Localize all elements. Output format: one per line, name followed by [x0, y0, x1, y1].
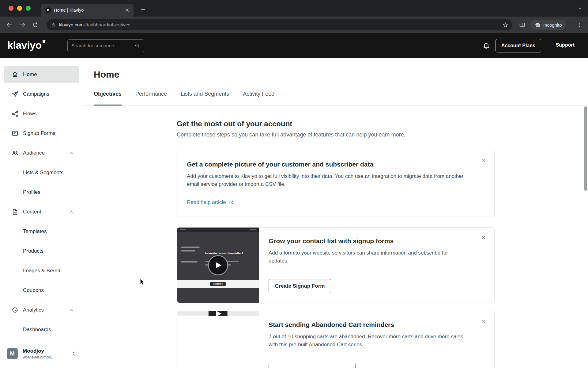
- create-signup-form-button[interactable]: Create Signup Form: [269, 279, 331, 293]
- page-scrollbar-thumb[interactable]: [584, 106, 587, 191]
- sidebar-item-label: Profiles: [23, 189, 40, 195]
- url-host: klaviyo.com: [59, 22, 84, 28]
- window-close-button[interactable]: [9, 6, 13, 11]
- sidebar-item-label: Audience: [23, 150, 45, 156]
- sidebar-item-label: Lists & Segments: [23, 170, 63, 176]
- tab-close-icon[interactable]: [124, 7, 130, 13]
- page-tabs: Objectives Performance Lists and Segment…: [83, 90, 588, 106]
- sidebar-item-label: Signup Forms: [23, 130, 55, 136]
- sidebar-item-dashboards[interactable]: Dashboards: [4, 321, 79, 338]
- abandoned-cart-video-thumbnail[interactable]: [177, 311, 259, 316]
- sidebar-item-analytics[interactable]: Analytics: [4, 301, 79, 319]
- browser-menu-icon[interactable]: [575, 20, 584, 29]
- sidebar-item-label: Content: [23, 209, 41, 215]
- sidebar-item-label: Products: [23, 248, 43, 254]
- browser-tab[interactable]: Home | Klaviyo: [41, 4, 134, 17]
- chevron-up-icon: [69, 151, 74, 156]
- card-body: 7 out of 10 shopping carts are abandoned…: [269, 333, 465, 349]
- app-topbar: klaviyo Account Plans Support: [0, 33, 588, 58]
- tab-objectives[interactable]: Objectives: [94, 90, 122, 105]
- thumbnail-subscribe-button: Subscribe: [210, 282, 226, 286]
- incognito-icon: [535, 22, 541, 28]
- window-controls: [9, 6, 31, 11]
- card-body: Add a form to your website so visitors c…: [269, 249, 465, 265]
- sidebar-item-coupons[interactable]: Coupons: [4, 282, 79, 299]
- window-zoom-button[interactable]: [26, 6, 31, 11]
- tab-performance[interactable]: Performance: [135, 90, 167, 105]
- play-button[interactable]: [208, 255, 228, 275]
- section-heading: Get the most out of your account: [177, 119, 495, 128]
- objective-card-abandoned-cart: Start sending Abandoned Cart reminders 7…: [177, 311, 495, 368]
- lock-icon: [51, 22, 56, 27]
- dismiss-card-icon[interactable]: [480, 157, 486, 163]
- tab-favicon-icon: [45, 7, 51, 13]
- play-button[interactable]: [208, 311, 228, 316]
- sidebar-item-lists-segments[interactable]: Lists & Segments: [4, 164, 79, 181]
- global-search: [67, 39, 144, 52]
- dismiss-card-icon[interactable]: [480, 234, 486, 240]
- account-selector-icon: [72, 351, 77, 357]
- tab-activity-feed[interactable]: Activity Feed: [243, 90, 274, 105]
- browser-tab-strip: Home | Klaviyo: [0, 0, 588, 17]
- sidebar-item-audience[interactable]: Audience: [4, 144, 79, 162]
- link-label: Read help article: [187, 199, 226, 206]
- forward-button[interactable]: [17, 20, 28, 30]
- sidebar-item-label: Campaigns: [23, 91, 49, 97]
- sidebar-item-campaigns[interactable]: Campaigns: [4, 86, 79, 103]
- chevron-up-icon: [69, 308, 74, 313]
- bookmark-star-icon[interactable]: [502, 22, 508, 28]
- card-title: Grow your contact list with signup forms: [269, 237, 484, 245]
- back-button[interactable]: [4, 20, 15, 30]
- signup-forms-video-thumbnail[interactable]: Interested in our Newsletter? Subscribe: [177, 228, 259, 303]
- search-icon: [134, 43, 140, 49]
- side-panel-icon[interactable]: [518, 20, 527, 29]
- reload-button[interactable]: [30, 20, 40, 30]
- sidebar-item-images-brand[interactable]: Images & Brand: [4, 262, 79, 279]
- sidebar-item-templates[interactable]: Templates: [4, 223, 79, 240]
- notifications-bell-icon[interactable]: [483, 42, 490, 49]
- sidebar-item-flows[interactable]: Flows: [4, 105, 79, 122]
- sidebar-item-signup-forms[interactable]: Signup Forms: [4, 125, 79, 142]
- window-minimize-button[interactable]: [17, 6, 22, 11]
- url-path: /dashboard/objectives: [84, 22, 130, 28]
- sidebar-item-label: Images & Brand: [23, 268, 60, 274]
- account-email: 9ba4e9ef@moo...: [23, 355, 55, 359]
- account-plans-button[interactable]: Account Plans: [496, 39, 541, 52]
- sidebar-item-label: Home: [23, 71, 37, 78]
- klaviyo-logo[interactable]: klaviyo: [7, 39, 46, 51]
- turn-on-abandoned-cart-flow-button[interactable]: Turn on Abandoned Cart Flow: [269, 363, 356, 368]
- flows-icon: [11, 110, 19, 117]
- account-switcher[interactable]: M Moodjoy 9ba4e9ef@moo...: [0, 342, 83, 368]
- sidebar-item-home[interactable]: Home: [4, 66, 79, 83]
- sidebar-item-profiles[interactable]: Profiles: [4, 184, 79, 201]
- signup-forms-icon: [11, 130, 19, 137]
- browser-toolbar: klaviyo.com /dashboard/objectives Incogn…: [0, 17, 588, 33]
- sidebar-item-products[interactable]: Products: [4, 243, 79, 260]
- tab-title: Home | Klaviyo: [54, 8, 121, 13]
- tab-lists-and-segments[interactable]: Lists and Segments: [181, 90, 229, 105]
- external-link-icon: [229, 200, 234, 205]
- sidebar-item-label: Flows: [23, 111, 36, 117]
- account-avatar: M: [7, 348, 18, 359]
- objective-card-signup-forms: Interested in our Newsletter? Subscribe …: [177, 227, 495, 303]
- chevron-up-icon: [69, 209, 74, 215]
- page-title: Home: [94, 69, 588, 80]
- new-tab-button[interactable]: [138, 5, 148, 14]
- support-button[interactable]: Support: [556, 42, 575, 48]
- tab-search-chevron-icon[interactable]: [578, 6, 582, 10]
- objective-card-customer-data: Get a complete picture of your customer …: [177, 150, 495, 216]
- section-subheading: Complete these steps so you can take ful…: [177, 131, 495, 138]
- sidebar-item-label: Coupons: [23, 287, 44, 293]
- read-help-article-link[interactable]: Read help article: [187, 199, 234, 206]
- url-bar[interactable]: klaviyo.com /dashboard/objectives: [47, 19, 512, 30]
- home-icon: [11, 71, 19, 78]
- incognito-badge: Incognito: [530, 20, 566, 30]
- content-file-icon: [11, 208, 19, 216]
- sidebar-item-label: Templates: [23, 228, 47, 235]
- search-input[interactable]: [71, 43, 134, 48]
- account-name: Moodjoy: [23, 348, 55, 354]
- thumbnail-headline: Interested in our Newsletter?: [205, 251, 251, 255]
- sidebar-item-label: Analytics: [23, 307, 44, 313]
- sidebar-item-content[interactable]: Content: [4, 203, 79, 220]
- dismiss-card-icon[interactable]: [480, 318, 486, 324]
